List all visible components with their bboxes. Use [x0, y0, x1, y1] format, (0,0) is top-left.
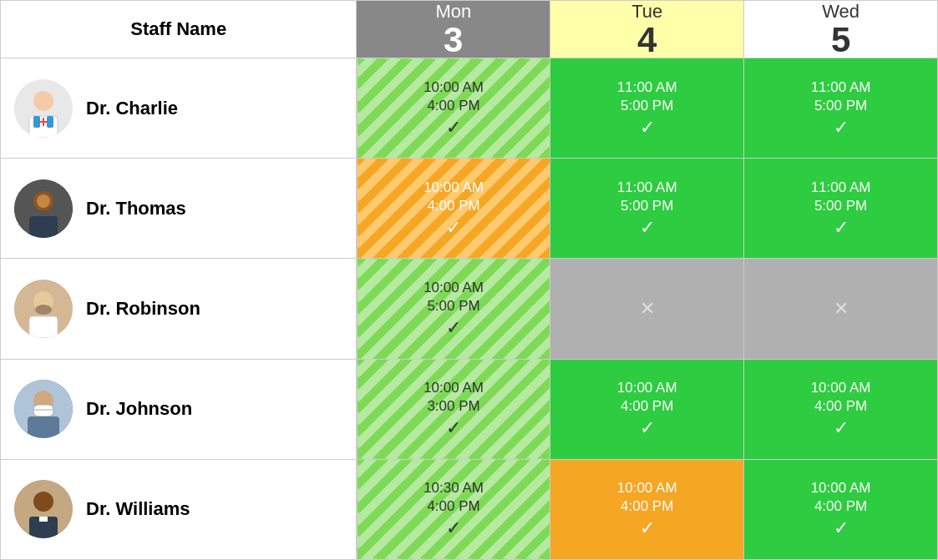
- time-end: 4:00 PM: [361, 197, 546, 215]
- svg-rect-3: [33, 116, 40, 128]
- svg-rect-19: [28, 416, 59, 438]
- cell-row1-day2[interactable]: 11:00 AM5:00 PM✓: [744, 159, 938, 259]
- schedule-table: Staff Name Mon 3 Tue 4 Wed 5 Dr. Charlie…: [0, 0, 938, 560]
- time-end: 4:00 PM: [361, 97, 546, 115]
- staff-cell-0[interactable]: Dr. Charlie: [1, 58, 357, 159]
- staff-name-2: Dr. Robinson: [86, 298, 200, 320]
- check-mark: ✓: [748, 517, 934, 539]
- time-end: 4:00 PM: [361, 497, 546, 516]
- check-mark: ✓: [748, 217, 934, 239]
- monday-header: Mon 3: [357, 1, 550, 58]
- svg-point-10: [37, 194, 50, 208]
- avatar-3: [14, 380, 73, 438]
- cell-row3-day0[interactable]: 10:00 AM3:00 PM✓: [357, 359, 550, 459]
- cell-row2-day1[interactable]: ✕: [550, 259, 744, 359]
- cell-row2-day0[interactable]: 10:00 AM5:00 PM✓: [357, 259, 550, 359]
- check-mark: ✓: [554, 517, 740, 539]
- check-mark: ✓: [554, 217, 740, 239]
- svg-rect-14: [29, 316, 58, 338]
- time-end: 5:00 PM: [748, 97, 934, 115]
- cross-mark: ✕: [554, 298, 740, 320]
- cell-row0-day1[interactable]: 11:00 AM5:00 PM✓: [550, 58, 744, 159]
- time-start: 10:00 AM: [554, 479, 740, 497]
- wednesday-num: 5: [744, 23, 937, 58]
- staff-name-0: Dr. Charlie: [86, 98, 178, 119]
- staff-name-1: Dr. Thomas: [86, 198, 186, 219]
- check-mark: ✓: [554, 417, 740, 439]
- check-mark: ✓: [748, 417, 934, 439]
- time-end: 4:00 PM: [748, 497, 934, 516]
- cell-row4-day1[interactable]: 10:00 AM4:00 PM✓: [550, 459, 744, 559]
- svg-rect-4: [47, 116, 53, 128]
- time-start: 10:00 AM: [361, 379, 546, 397]
- time-end: 5:00 PM: [554, 97, 740, 115]
- check-mark: ✓: [361, 217, 546, 239]
- check-mark: ✓: [361, 317, 546, 339]
- avatar-1: [14, 179, 73, 238]
- cell-row3-day1[interactable]: 10:00 AM4:00 PM✓: [550, 359, 744, 459]
- check-mark: ✓: [748, 117, 934, 139]
- svg-point-21: [33, 492, 53, 512]
- cell-row1-day0[interactable]: 10:00 AM4:00 PM✓: [357, 159, 550, 259]
- time-start: 10:00 AM: [748, 479, 934, 497]
- time-start: 10:30 AM: [361, 479, 546, 497]
- time-start: 11:00 AM: [554, 78, 740, 97]
- check-mark: ✓: [361, 117, 546, 139]
- svg-rect-17: [33, 405, 53, 416]
- time-start: 11:00 AM: [748, 179, 934, 197]
- check-mark: ✓: [361, 517, 546, 539]
- svg-rect-23: [39, 517, 48, 522]
- time-start: 10:00 AM: [554, 379, 740, 397]
- time-start: 10:00 AM: [361, 179, 546, 197]
- tuesday-num: 4: [550, 23, 743, 58]
- staff-header-label: Staff Name: [130, 18, 226, 39]
- time-end: 5:00 PM: [748, 197, 934, 215]
- check-mark: ✓: [554, 117, 740, 139]
- staff-name-3: Dr. Johnson: [86, 398, 192, 420]
- time-end: 5:00 PM: [554, 197, 740, 215]
- monday-num: 3: [357, 23, 550, 58]
- staff-name-4: Dr. Williams: [86, 498, 190, 520]
- avatar-2: [14, 280, 73, 338]
- cell-row4-day0[interactable]: 10:30 AM4:00 PM✓: [357, 459, 550, 559]
- staff-cell-4[interactable]: Dr. Williams: [1, 459, 357, 559]
- cell-row4-day2[interactable]: 10:00 AM4:00 PM✓: [744, 459, 938, 559]
- tuesday-header: Tue 4: [550, 1, 744, 58]
- staff-cell-1[interactable]: Dr. Thomas: [1, 159, 357, 259]
- cell-row1-day1[interactable]: 11:00 AM5:00 PM✓: [550, 159, 744, 259]
- staff-cell-2[interactable]: Dr. Robinson: [1, 259, 357, 359]
- time-end: 4:00 PM: [554, 497, 740, 516]
- cell-row0-day2[interactable]: 11:00 AM5:00 PM✓: [744, 58, 938, 159]
- avatar-0: [14, 79, 73, 138]
- staff-name-header: Staff Name: [1, 1, 357, 58]
- svg-point-1: [33, 91, 53, 111]
- cell-row2-day2[interactable]: ✕: [744, 259, 938, 359]
- check-mark: ✓: [361, 417, 546, 439]
- cell-row3-day2[interactable]: 10:00 AM4:00 PM✓: [744, 359, 938, 459]
- time-start: 10:00 AM: [748, 379, 934, 397]
- avatar-4: [14, 480, 73, 538]
- wednesday-header: Wed 5: [744, 1, 938, 58]
- time-end: 5:00 PM: [361, 297, 546, 315]
- cross-mark: ✕: [748, 298, 934, 320]
- time-start: 10:00 AM: [361, 78, 546, 97]
- time-end: 3:00 PM: [361, 397, 546, 416]
- time-end: 4:00 PM: [554, 397, 740, 416]
- time-end: 4:00 PM: [748, 397, 934, 416]
- time-start: 11:00 AM: [748, 78, 934, 97]
- time-start: 10:00 AM: [361, 279, 546, 297]
- cell-row0-day0[interactable]: 10:00 AM4:00 PM✓: [357, 58, 550, 159]
- svg-rect-9: [29, 216, 58, 238]
- svg-point-13: [35, 305, 52, 315]
- time-start: 11:00 AM: [554, 179, 740, 197]
- staff-cell-3[interactable]: Dr. Johnson: [1, 359, 357, 459]
